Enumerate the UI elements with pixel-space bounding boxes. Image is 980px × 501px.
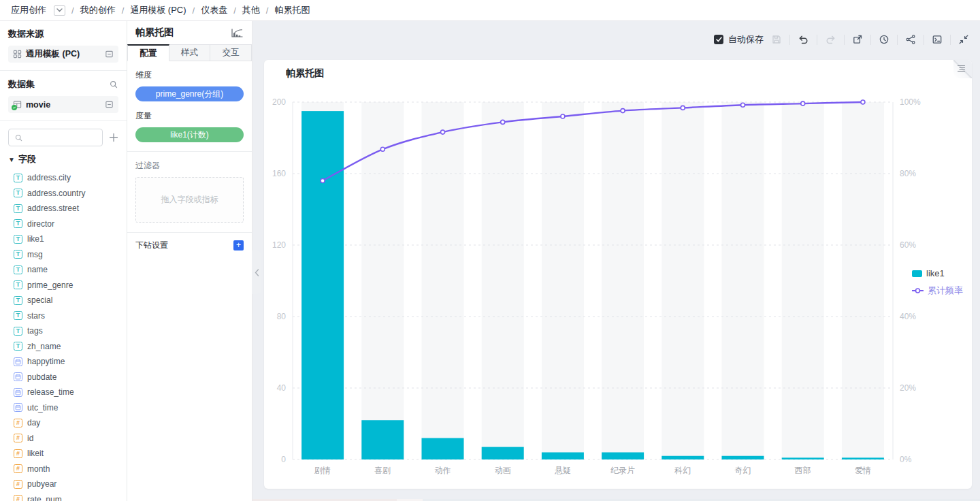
- collapse-panel-handle[interactable]: [252, 251, 261, 294]
- exit-fullscreen-button[interactable]: [958, 34, 969, 45]
- chart-widget[interactable]: 帕累托图 00%4020%8040%12060%16080%200100%剧情喜…: [264, 60, 972, 489]
- line-point-动画[interactable]: [501, 120, 505, 124]
- bar-喜剧[interactable]: [361, 420, 404, 459]
- save-button[interactable]: [771, 34, 782, 45]
- text-field-icon: T: [14, 342, 22, 351]
- field-item[interactable]: release_time: [8, 385, 118, 400]
- breadcrumb-item[interactable]: 我的创作: [80, 4, 116, 16]
- field-name: pubdate: [27, 372, 56, 382]
- field-item[interactable]: #rate_num: [8, 492, 118, 501]
- field-item[interactable]: Tspecial: [8, 293, 118, 308]
- bar-奇幻[interactable]: [722, 456, 764, 459]
- console-button[interactable]: [932, 34, 943, 45]
- field-item[interactable]: Taddress.country: [8, 186, 118, 201]
- filter-drop-zone[interactable]: 拖入字段或指标: [135, 177, 244, 223]
- fields-header[interactable]: ▼ 字段: [8, 153, 118, 165]
- undo-button[interactable]: [798, 34, 809, 45]
- bar-动作[interactable]: [422, 438, 464, 460]
- history-button[interactable]: [879, 34, 889, 45]
- field-item[interactable]: #likeit: [8, 446, 118, 462]
- field-item[interactable]: Tstars: [8, 308, 118, 324]
- field-item[interactable]: Taddress.street: [8, 201, 118, 216]
- config-tab-交互[interactable]: 交互: [210, 44, 252, 61]
- field-name: address.country: [27, 189, 85, 198]
- add-drill-button[interactable]: +: [233, 240, 244, 251]
- bar-爱情[interactable]: [842, 457, 884, 459]
- column-bands: [301, 102, 884, 459]
- field-item[interactable]: Ttags: [8, 323, 118, 339]
- field-item[interactable]: pubdate: [8, 370, 118, 385]
- field-item[interactable]: Tlike1: [8, 231, 118, 247]
- line-point-喜剧[interactable]: [380, 147, 385, 151]
- text-field-icon: T: [14, 189, 22, 197]
- share-button[interactable]: [905, 34, 916, 45]
- bar-悬疑[interactable]: [542, 453, 584, 460]
- field-name: release_time: [27, 387, 74, 397]
- measure-pill[interactable]: like1(计数): [135, 127, 244, 142]
- field-item[interactable]: #id: [8, 431, 118, 447]
- widget-menu-icon[interactable]: [957, 65, 966, 72]
- save-icon: [771, 34, 782, 45]
- line-point-爱情[interactable]: [861, 100, 865, 104]
- line-point-悬疑[interactable]: [561, 114, 565, 118]
- line-point-科幻[interactable]: [681, 106, 685, 110]
- field-item[interactable]: Tprime_genre: [8, 278, 118, 293]
- redo-button[interactable]: [825, 34, 836, 45]
- search-icon[interactable]: [109, 80, 118, 89]
- bar-西部[interactable]: [782, 457, 824, 459]
- export-button[interactable]: [852, 34, 863, 45]
- autosave-toggle[interactable]: 自动保存: [714, 33, 764, 46]
- legend-item-line[interactable]: 累计频率: [912, 285, 963, 297]
- line-point-纪录片[interactable]: [621, 109, 625, 113]
- field-item[interactable]: Tzh_name: [8, 339, 118, 355]
- chevron-down-icon: [56, 8, 63, 12]
- breadcrumb-item[interactable]: 仪表盘: [201, 4, 227, 16]
- field-search-input[interactable]: [8, 129, 103, 146]
- field-name: address.city: [27, 173, 71, 182]
- field-name: likeit: [27, 449, 44, 458]
- autosave-checkbox[interactable]: [714, 35, 723, 44]
- field-item[interactable]: #day: [8, 415, 118, 431]
- dataset-item[interactable]: movie: [8, 96, 118, 113]
- field-item[interactable]: #pubyear: [8, 476, 118, 492]
- svg-text:爱情: 爱情: [855, 466, 871, 475]
- svg-text:20%: 20%: [900, 383, 916, 393]
- breadcrumb-separator: /: [266, 5, 269, 16]
- switch-dataset-icon[interactable]: [105, 100, 114, 109]
- config-tab-样式[interactable]: 样式: [169, 44, 211, 61]
- bar-动画[interactable]: [482, 447, 524, 459]
- config-tab-配置[interactable]: 配置: [127, 44, 169, 61]
- switch-datasource-icon[interactable]: [105, 50, 114, 59]
- datasource-item[interactable]: 通用模板 (PC): [8, 46, 118, 63]
- line-point-动作[interactable]: [441, 130, 445, 134]
- field-name: rate_num: [27, 495, 62, 501]
- line-point-剧情[interactable]: [321, 179, 325, 183]
- app-switcher-dropdown[interactable]: [54, 5, 65, 16]
- pareto-chart[interactable]: 00%4020%8040%12060%16080%200100%剧情喜剧动作动画…: [264, 60, 972, 489]
- breadcrumb-item[interactable]: 通用模板 (PC): [130, 4, 186, 16]
- breadcrumb-app[interactable]: 应用创作: [11, 4, 46, 16]
- field-item[interactable]: utc_time: [8, 400, 118, 416]
- bar-纪录片[interactable]: [602, 453, 644, 460]
- bar-legend-swatch: [912, 270, 922, 277]
- field-item[interactable]: Taddress.city: [8, 170, 118, 186]
- field-name: tags: [27, 326, 43, 336]
- svg-text:120: 120: [272, 240, 286, 250]
- dimension-pill[interactable]: prime_genre(分组): [135, 86, 244, 101]
- legend-item-bar[interactable]: like1: [912, 268, 963, 278]
- field-item[interactable]: Tname: [8, 262, 118, 278]
- dimension-label: 维度: [135, 69, 244, 81]
- bar-剧情[interactable]: [301, 111, 344, 459]
- breadcrumb-item[interactable]: 其他: [242, 4, 260, 16]
- line-point-西部[interactable]: [801, 101, 805, 106]
- line-point-奇幻[interactable]: [741, 103, 745, 107]
- add-field-button[interactable]: [109, 133, 118, 142]
- breadcrumb-item[interactable]: 帕累托图: [274, 4, 310, 16]
- field-item[interactable]: Tdirector: [8, 216, 118, 232]
- field-item[interactable]: happytime: [8, 354, 118, 370]
- datasource-title: 数据来源: [8, 28, 44, 40]
- bar-科幻[interactable]: [662, 456, 704, 459]
- field-item[interactable]: Tmsg: [8, 247, 118, 263]
- field-item[interactable]: #month: [8, 462, 118, 477]
- breadcrumb-separator: /: [122, 5, 125, 16]
